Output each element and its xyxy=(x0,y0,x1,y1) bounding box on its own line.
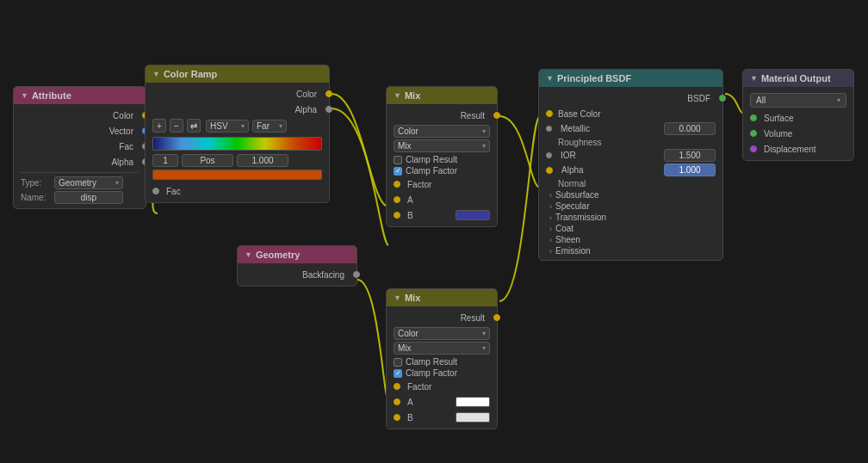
alpha-in-socket xyxy=(546,167,553,174)
add-stop-button[interactable]: + xyxy=(152,119,166,133)
flip-button[interactable]: ⇄ xyxy=(187,119,201,133)
blend-mode-dropdown[interactable]: Mix ▾ xyxy=(394,342,490,355)
emission-label: Emission xyxy=(555,246,591,256)
expand-icon: › xyxy=(549,191,552,200)
emission-row[interactable]: › Emission xyxy=(546,245,716,256)
name-label: Name: xyxy=(21,193,51,202)
ramp-pos-row: 1 Pos 1.000 xyxy=(152,153,322,168)
socket-row-vector: Vector xyxy=(21,123,139,139)
base-color-row: Base Color xyxy=(546,106,716,121)
type-row: Type: Geometry ▾ xyxy=(21,176,139,190)
result-row: Result xyxy=(394,108,490,123)
target-dropdown[interactable]: All ▾ xyxy=(750,93,846,108)
alpha-out-socket xyxy=(326,106,332,113)
clamp-factor-checkbox[interactable]: ✓ xyxy=(394,369,402,378)
alpha-value[interactable]: 1.000 xyxy=(664,164,716,176)
backfacing-row: Backfacing xyxy=(245,267,350,282)
sheen-row[interactable]: › Sheen xyxy=(546,234,716,245)
clamp-factor-row: ✓ Clamp Factor xyxy=(394,165,490,176)
material-output-node: ▼ Material Output All ▾ Surface Volume D… xyxy=(742,69,854,161)
remove-stop-button[interactable]: − xyxy=(170,119,183,133)
principled-header: ▼ Principled BSDF xyxy=(539,70,722,87)
ior-value[interactable]: 1.500 xyxy=(664,149,716,162)
fac-label: Fac xyxy=(119,142,133,151)
collapse-icon[interactable]: ▼ xyxy=(21,91,28,100)
specular-label: Specular xyxy=(555,201,589,211)
sheen-label: Sheen xyxy=(555,235,580,244)
name-input[interactable]: disp xyxy=(54,191,123,204)
collapse-icon[interactable]: ▼ xyxy=(152,70,160,78)
color-ramp-bar[interactable] xyxy=(152,137,322,151)
ior-row: IOR 1.500 xyxy=(546,148,716,163)
collapse-icon[interactable]: ▼ xyxy=(394,91,401,100)
clamp-factor-checkbox[interactable]: ✓ xyxy=(394,167,402,176)
mix-top-node: ▼ Mix Result Color ▾ Mix ▾ Clamp Result … xyxy=(386,86,498,227)
collapse-icon[interactable]: ▼ xyxy=(546,74,554,83)
b-color-swatch[interactable] xyxy=(456,412,490,423)
principled-body: BSDF Base Color Metallic 0.000 Roughness… xyxy=(539,87,722,260)
b-color-swatch[interactable] xyxy=(456,210,490,220)
stop-index[interactable]: 1 xyxy=(152,154,178,167)
expand-icon: › xyxy=(549,225,552,233)
result-label: Result xyxy=(461,111,485,120)
pos-value-field[interactable]: 1.000 xyxy=(237,154,288,167)
vector-label: Vector xyxy=(109,127,133,136)
result-label: Result xyxy=(461,313,485,323)
alpha-in-label: Alpha xyxy=(561,165,584,175)
attribute-node-title: Attribute xyxy=(32,90,71,101)
clamp-factor-label: Clamp Factor xyxy=(406,166,457,176)
transmission-row[interactable]: › Transmission xyxy=(546,212,716,223)
blend-mode: Mix xyxy=(398,141,412,151)
color-mode: Color xyxy=(398,329,418,338)
name-row: Name: disp xyxy=(21,190,139,205)
attribute-node-body: Color Vector Fac Alpha Type: Geometry ▾ … xyxy=(14,104,146,208)
socket-row-alpha: Alpha xyxy=(21,154,139,170)
chevron-down-icon: ▾ xyxy=(482,127,486,135)
clamp-result-label: Clamp Result xyxy=(406,357,457,367)
color-mode-dropdown[interactable]: Color ▾ xyxy=(394,125,490,138)
fac-input-row: Fac xyxy=(152,183,322,199)
color-mode-value: HSV xyxy=(210,121,228,131)
material-output-title: Material Output xyxy=(761,73,831,83)
chevron-down-icon: ▾ xyxy=(837,96,840,104)
blend-mode: Mix xyxy=(398,343,412,353)
collapse-icon[interactable]: ▼ xyxy=(245,250,252,259)
type-dropdown[interactable]: Geometry ▾ xyxy=(54,176,123,189)
mix-bottom-node: ▼ Mix Result Color ▾ Mix ▾ Clamp Result … xyxy=(386,288,498,429)
collapse-icon[interactable]: ▼ xyxy=(750,74,758,83)
a-label: A xyxy=(407,195,413,205)
subsurface-row[interactable]: › Subsurface xyxy=(546,189,716,201)
result-row: Result xyxy=(394,310,490,325)
color-mode-dropdown[interactable]: Color ▾ xyxy=(394,327,490,340)
color-out-socket xyxy=(326,90,332,97)
clamp-result-checkbox[interactable] xyxy=(394,358,402,367)
interp-dropdown[interactable]: Far ▾ xyxy=(252,120,287,133)
geometry-node: ▼ Geometry Backfacing xyxy=(237,245,357,287)
material-output-header: ▼ Material Output xyxy=(743,70,853,87)
coat-row[interactable]: › Coat xyxy=(546,223,716,234)
bsdf-socket xyxy=(719,95,726,102)
subsurface-label: Subsurface xyxy=(555,190,599,200)
mix-top-title: Mix xyxy=(405,90,420,101)
blend-mode-dropdown[interactable]: Mix ▾ xyxy=(394,139,490,152)
color-ramp-node: ▼ Color Ramp Color Alpha + − ⇄ HSV ▾ Far… xyxy=(145,65,330,203)
b-label: B xyxy=(407,211,413,220)
metallic-value[interactable]: 0.000 xyxy=(664,122,716,135)
ramp-toolbar: + − ⇄ HSV ▾ Far ▾ xyxy=(152,117,322,134)
collapse-icon[interactable]: ▼ xyxy=(394,293,401,302)
b-socket xyxy=(394,414,400,421)
specular-row[interactable]: › Specular xyxy=(546,201,716,212)
mix-bottom-body: Result Color ▾ Mix ▾ Clamp Result ✓ Clam… xyxy=(387,306,497,429)
mix-bottom-title: Mix xyxy=(405,293,420,303)
volume-label: Volume xyxy=(764,129,792,139)
color-ramp-preview xyxy=(152,170,322,180)
a-color-swatch[interactable] xyxy=(456,397,490,407)
color-mode-dropdown[interactable]: HSV ▾ xyxy=(206,120,249,133)
alpha-output-row: Alpha xyxy=(152,102,322,117)
volume-socket xyxy=(750,130,757,137)
factor-row: Factor xyxy=(394,176,490,192)
surface-label: Surface xyxy=(764,114,793,123)
b-row: B xyxy=(394,207,490,223)
clamp-result-checkbox[interactable] xyxy=(394,156,402,164)
pos-label-field: Pos xyxy=(182,154,233,167)
